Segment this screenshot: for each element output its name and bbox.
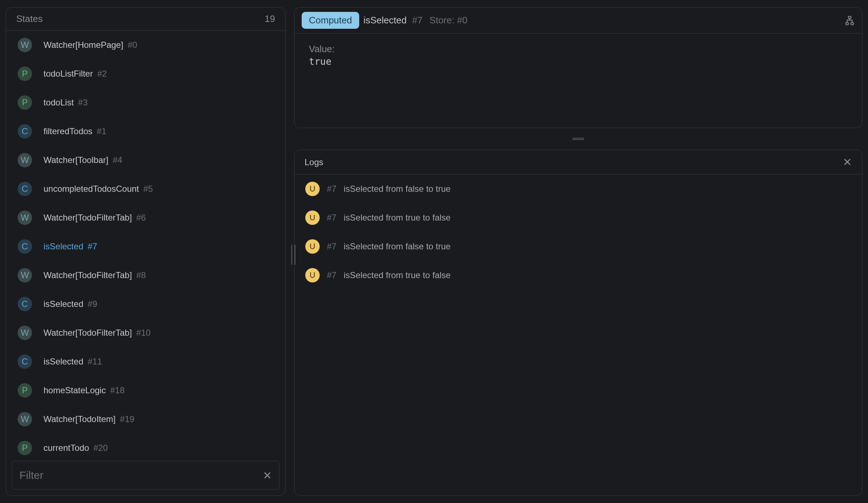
svg-rect-0 (849, 16, 851, 18)
state-label: uncompletedTodosCount#5 (44, 184, 153, 194)
state-item[interactable]: PcurrentTodo#20 (6, 434, 285, 455)
state-item[interactable]: WWatcher[TodoFilterTab]#6 (6, 203, 285, 232)
state-item[interactable]: PtodoListFilter#2 (6, 59, 285, 88)
filter-input-wrap[interactable]: ✕ (12, 461, 279, 490)
state-badge: C (18, 239, 32, 254)
state-badge: P (18, 67, 32, 81)
svg-rect-2 (851, 22, 854, 24)
state-label: Watcher[TodoFilterTab]#10 (44, 328, 151, 338)
states-panel: States 19 WWatcher[HomePage]#0PtodoListF… (6, 7, 285, 496)
store-label: Store: #0 (429, 15, 467, 26)
detail-panel: Computed isSelected #7 Store: #0 (294, 7, 862, 128)
log-id: #7 (327, 241, 337, 252)
state-badge: P (18, 441, 32, 455)
state-badge: W (18, 210, 32, 225)
state-item[interactable]: CuncompletedTodosCount#5 (6, 175, 285, 203)
horizontal-splitter[interactable] (291, 245, 296, 265)
state-label: Watcher[TodoFilterTab]#6 (44, 213, 146, 223)
logs-title: Logs (305, 157, 323, 167)
log-item[interactable]: U#7isSelected from false to true (294, 232, 862, 261)
state-item[interactable]: WWatcher[TodoFilterTab]#10 (6, 318, 285, 347)
state-item[interactable]: WWatcher[TodoFilterTab]#8 (6, 261, 285, 290)
log-message: isSelected from true to false (344, 213, 451, 223)
log-badge: U (305, 268, 320, 282)
states-header: States 19 (6, 8, 285, 30)
value-text: true (309, 56, 848, 67)
log-badge: U (305, 210, 320, 225)
filter-row: ✕ (6, 455, 285, 495)
state-item[interactable]: PtodoList#3 (6, 88, 285, 117)
state-item[interactable]: WWatcher[HomePage]#0 (6, 31, 285, 59)
tree-icon[interactable] (845, 15, 855, 26)
state-badge: W (18, 326, 32, 340)
state-badge: P (18, 383, 32, 398)
state-badge: C (18, 182, 32, 196)
detail-id: #7 (412, 15, 422, 26)
state-label: homeStateLogic#18 (44, 385, 125, 395)
log-message: isSelected from true to false (344, 270, 451, 280)
state-badge: C (18, 297, 32, 311)
state-badge: W (18, 412, 32, 426)
states-count: 19 (265, 13, 275, 24)
log-item[interactable]: U#7isSelected from false to true (294, 175, 862, 203)
state-badge: P (18, 95, 32, 110)
log-message: isSelected from false to true (344, 184, 451, 194)
log-item[interactable]: U#7isSelected from true to false (294, 261, 862, 290)
detail-name: isSelected (364, 15, 407, 26)
state-label: todoList#3 (44, 98, 88, 108)
state-label: Watcher[TodoItem]#19 (44, 414, 134, 424)
computed-tag: Computed (302, 12, 359, 29)
state-label: isSelected#7 (44, 241, 97, 252)
state-item[interactable]: CfilteredTodos#1 (6, 117, 285, 146)
state-item[interactable]: PhomeStateLogic#18 (6, 376, 285, 405)
state-badge: C (18, 354, 32, 369)
state-label: filteredTodos#1 (44, 126, 106, 136)
log-badge: U (305, 182, 320, 196)
log-id: #7 (327, 213, 337, 223)
state-item[interactable]: CisSelected#11 (6, 347, 285, 376)
svg-rect-1 (846, 22, 849, 24)
detail-title: isSelected #7 Store: #0 (364, 15, 467, 26)
vertical-splitter[interactable] (294, 137, 862, 141)
logs-list: U#7isSelected from false to trueU#7isSel… (294, 174, 862, 290)
close-icon[interactable]: ✕ (263, 469, 272, 482)
state-label: todoListFilter#2 (44, 69, 107, 79)
log-badge: U (305, 239, 320, 254)
states-list[interactable]: WWatcher[HomePage]#0PtodoListFilter#2Pto… (6, 30, 285, 455)
state-item[interactable]: WWatcher[TodoItem]#19 (6, 405, 285, 434)
logs-header: Logs ✕ (294, 150, 862, 174)
state-item[interactable]: WWatcher[Toolbar]#4 (6, 146, 285, 175)
state-badge: W (18, 38, 32, 52)
detail-body: Value: true (294, 33, 862, 77)
state-label: currentTodo#20 (44, 443, 108, 453)
state-label: Watcher[TodoFilterTab]#8 (44, 270, 146, 280)
state-label: Watcher[HomePage]#0 (44, 40, 137, 50)
filter-input[interactable] (19, 469, 263, 481)
state-badge: W (18, 268, 32, 282)
value-label: Value: (309, 44, 848, 55)
close-icon[interactable]: ✕ (843, 156, 852, 168)
detail-header: Computed isSelected #7 Store: #0 (294, 8, 862, 33)
state-badge: C (18, 124, 32, 139)
log-item[interactable]: U#7isSelected from true to false (294, 203, 862, 232)
log-id: #7 (327, 270, 337, 280)
logs-panel: Logs ✕ U#7isSelected from false to trueU… (294, 150, 862, 496)
log-message: isSelected from false to true (344, 241, 451, 252)
state-label: isSelected#11 (44, 357, 102, 367)
state-badge: W (18, 153, 32, 167)
state-item[interactable]: CisSelected#7 (6, 232, 285, 261)
state-label: isSelected#9 (44, 299, 97, 309)
state-item[interactable]: CisSelected#9 (6, 290, 285, 318)
state-label: Watcher[Toolbar]#4 (44, 155, 122, 165)
log-id: #7 (327, 184, 337, 194)
states-title: States (16, 13, 43, 24)
